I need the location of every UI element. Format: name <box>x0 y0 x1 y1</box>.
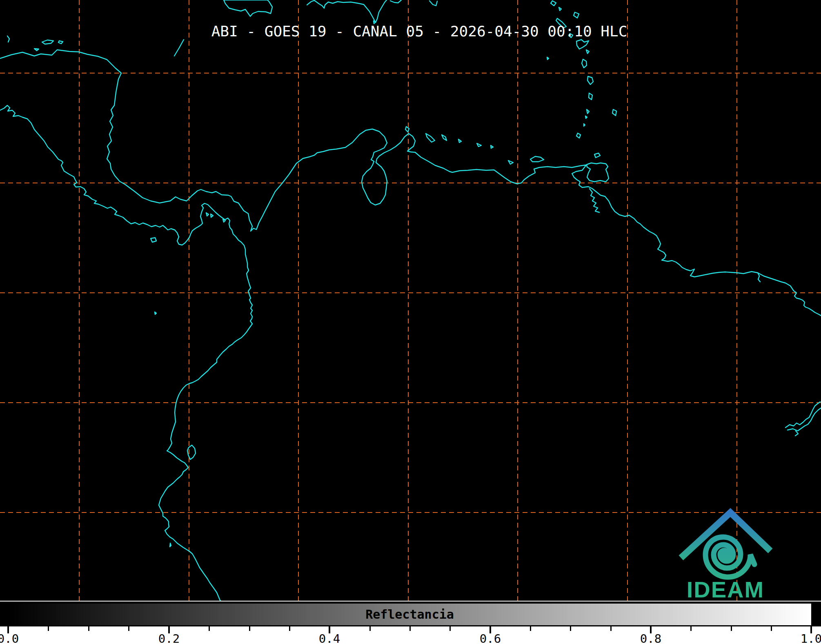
colorbar-tick-minor <box>449 626 451 631</box>
colorbar-tick-minor <box>610 626 612 631</box>
colorbar-tick-label: 0.0 <box>0 632 19 644</box>
reflectance-colorbar: Reflectancia <box>7 602 812 626</box>
colorbar-tick-minor <box>570 626 571 631</box>
satellite-image-viewport: ABI - GOES 19 - CANAL 05 - 2026-04-30 00… <box>0 0 821 644</box>
ideam-logo: IDEAM <box>0 0 821 644</box>
colorbar-tick-minor <box>249 626 250 631</box>
colorbar-tick-minor <box>690 626 692 631</box>
colorbar-tick-minor <box>771 626 772 631</box>
colorbar-tick-label: 0.4 <box>319 632 340 644</box>
ideam-logo-text: IDEAM <box>687 577 764 602</box>
colorbar-tick-minor <box>731 626 732 631</box>
colorbar-tick-minor <box>409 626 411 631</box>
colorbar-tick-label: 1.0 <box>801 632 821 644</box>
colorbar-tick-minor <box>209 626 210 631</box>
colorbar-tick-minor <box>530 626 531 631</box>
colorbar-tick-minor <box>88 626 89 631</box>
ideam-logo-swirl <box>705 537 754 577</box>
colorbar-tick-label: 0.2 <box>158 632 180 644</box>
colorbar-tick-minor <box>48 626 49 631</box>
colorbar-label: Reflectancia <box>8 607 811 621</box>
map-bottom-spine <box>0 601 821 602</box>
colorbar-tick-minor <box>128 626 129 631</box>
colorbar-tick-label: 0.6 <box>480 632 501 644</box>
colorbar-axis: 0.00.20.40.60.81.0 <box>0 626 821 644</box>
colorbar-tick-label: 0.8 <box>640 632 661 644</box>
colorbar-tick-minor <box>289 626 290 631</box>
colorbar-tick-minor <box>369 626 371 631</box>
